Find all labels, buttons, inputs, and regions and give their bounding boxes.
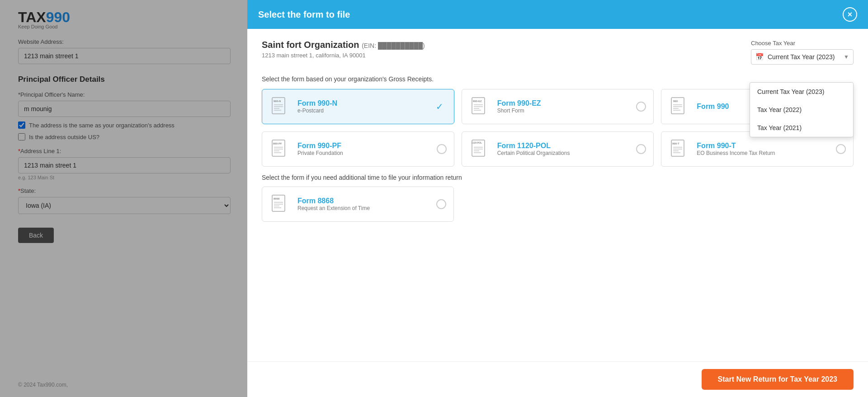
radio-1120pol[interactable]: [636, 144, 646, 154]
form-8868-name: Form 8868: [297, 197, 430, 205]
form-8868-desc: Request an Extension of Time: [297, 205, 430, 211]
form-990ez-svg: 990-EZ: [470, 97, 490, 117]
form-990n-name: Form 990-N: [297, 99, 429, 107]
form-990ez-info: Form 990-EZ Short Form: [497, 99, 630, 114]
tax-year-label: Choose Tax Year: [751, 40, 854, 47]
form-1120pol-icon: 1120-POL: [469, 138, 491, 160]
svg-text:990: 990: [673, 100, 678, 103]
tax-year-select-wrapper: 📅 Current Tax Year (2023) Tax Year (2022…: [751, 49, 854, 65]
modal-header: Select the form to file ×: [247, 0, 868, 29]
modal-body: Saint fort Organization (EIN: ██████████…: [247, 29, 868, 361]
overlay-dim: [0, 0, 249, 397]
form-1120pol-desc: Certain Political Organizations: [497, 150, 630, 156]
form-card-8868[interactable]: 8868 Form 8868 Request an Extension of T…: [262, 187, 454, 222]
check-icon-990n: ✓: [436, 101, 447, 112]
form-990ez-name: Form 990-EZ: [497, 99, 630, 107]
org-ein: (EIN: ██████████): [362, 42, 425, 49]
form-990t-info: Form 990-T EO Business Income Tax Return: [697, 142, 830, 156]
tax-year-container: Choose Tax Year 📅 Current Tax Year (2023…: [751, 40, 854, 65]
radio-990ez[interactable]: [636, 102, 646, 112]
form-990pf-svg: 990-PF: [270, 139, 290, 159]
svg-text:8868: 8868: [274, 197, 280, 200]
dropdown-item-2022[interactable]: Tax Year (2022): [750, 101, 853, 119]
svg-text:990-N: 990-N: [274, 100, 281, 103]
form-990n-info: Form 990-N e-Postcard: [297, 99, 429, 114]
form-8868-info: Form 8868 Request an Extension of Time: [297, 197, 430, 211]
org-info: Saint fort Organization (EIN: ██████████…: [262, 40, 425, 59]
form-1120pol-svg: 1120-POL: [470, 139, 490, 159]
svg-text:990-PF: 990-PF: [273, 142, 282, 145]
dropdown-item-2021[interactable]: Tax Year (2021): [750, 119, 853, 137]
radio-8868[interactable]: [436, 199, 446, 209]
form-8868-icon: 8868: [269, 193, 291, 215]
modal: Select the form to file × Saint fort Org…: [247, 0, 868, 397]
form-990ez-desc: Short Form: [497, 107, 630, 114]
svg-text:990-EZ: 990-EZ: [473, 100, 482, 103]
modal-footer: Start New Return for Tax Year 2023: [247, 361, 868, 397]
form-990n-svg: 990-N: [270, 97, 290, 117]
form-990ez-icon: 990-EZ: [469, 96, 491, 117]
radio-990t[interactable]: [836, 144, 846, 154]
org-name: Saint fort Organization (EIN: ██████████…: [262, 40, 425, 50]
form-990-svg: 990: [670, 97, 689, 117]
form-card-990ez[interactable]: 990-EZ Form 990-EZ Short Form: [462, 89, 654, 124]
form-990n-desc: e-Postcard: [297, 107, 429, 114]
extension-cards-row: 8868 Form 8868 Request an Extension of T…: [262, 187, 854, 222]
svg-text:990-T: 990-T: [672, 142, 679, 145]
form-990t-icon: 990-T: [669, 138, 690, 160]
extension-section: Select the form if you need additional t…: [262, 174, 854, 222]
form-card-990n[interactable]: 990-N Form 990-N e-Postcard ✓: [262, 89, 454, 124]
extension-heading: Select the form if you need additional t…: [262, 174, 854, 181]
form-990pf-desc: Private Foundation: [297, 150, 430, 156]
form-990pf-icon: 990-PF: [269, 138, 291, 160]
close-button[interactable]: ×: [843, 7, 857, 22]
form-card-990pf[interactable]: 990-PF Form 990-PF Private Foundation: [262, 131, 454, 167]
form-1120pol-name: Form 1120-POL: [497, 142, 630, 150]
form-8868-svg: 8868: [270, 194, 290, 214]
form-990t-desc: EO Business Income Tax Return: [697, 150, 830, 156]
form-990pf-name: Form 990-PF: [297, 142, 430, 150]
form-990t-name: Form 990-T: [697, 142, 830, 150]
radio-990pf[interactable]: [437, 144, 447, 154]
tax-year-dropdown[interactable]: Current Tax Year (2023) Tax Year (2022) …: [750, 82, 854, 137]
org-tax-row: Saint fort Organization (EIN: ██████████…: [262, 40, 854, 65]
gross-receipts-heading: Select the form based on your organizati…: [262, 75, 854, 83]
modal-title: Select the form to file: [258, 9, 350, 20]
form-990t-svg: 990-T: [670, 139, 689, 159]
org-address: 1213 main strreet 1, california, IA 9000…: [262, 52, 425, 59]
start-return-button[interactable]: Start New Return for Tax Year 2023: [702, 369, 854, 390]
form-990pf-info: Form 990-PF Private Foundation: [297, 142, 430, 156]
form-990-icon: 990: [669, 96, 690, 117]
tax-year-select[interactable]: Current Tax Year (2023) Tax Year (2022) …: [751, 49, 854, 65]
dropdown-item-2023[interactable]: Current Tax Year (2023): [750, 83, 853, 101]
form-card-1120pol[interactable]: 1120-POL Form 1120-POL Certain Political…: [462, 131, 654, 167]
form-1120pol-info: Form 1120-POL Certain Political Organiza…: [497, 142, 630, 156]
form-990n-icon: 990-N: [269, 96, 291, 117]
svg-text:1120-POL: 1120-POL: [472, 141, 482, 144]
